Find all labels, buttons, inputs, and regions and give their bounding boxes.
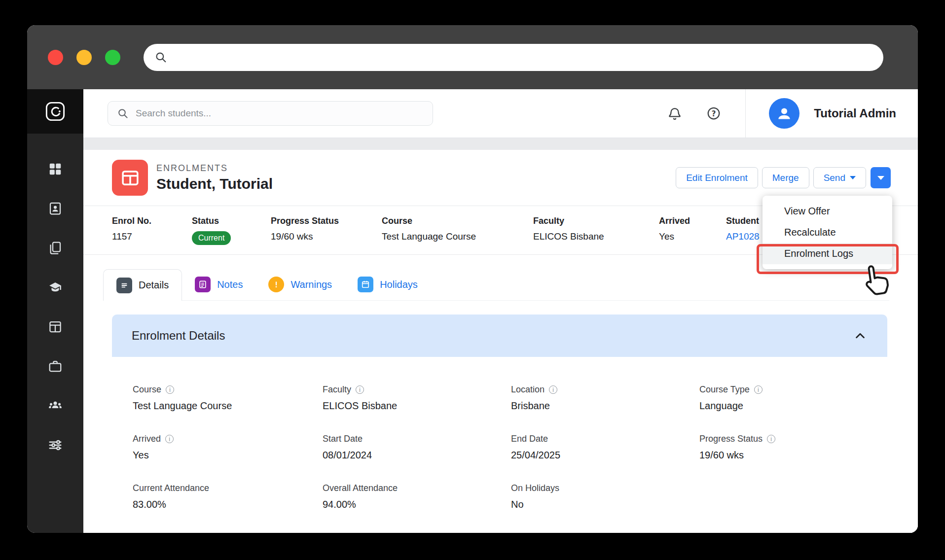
header-actions: Edit Enrolment Merge Send xyxy=(676,167,891,188)
warning-icon xyxy=(268,277,284,292)
field-overall-attendance: Overall Attendance 94.00% xyxy=(323,483,511,510)
graduation-cap-icon xyxy=(48,280,63,295)
sidebar xyxy=(27,89,83,533)
person-icon xyxy=(774,104,794,123)
send-dropdown-menu: View Offer Recalculate Enrolment Logs xyxy=(763,196,892,269)
briefcase-icon xyxy=(48,359,63,374)
field-progress-status: Progress Status 19/60 wks xyxy=(699,434,887,461)
edit-enrolment-button[interactable]: Edit Enrolment xyxy=(676,167,758,188)
module-eyebrow: ENROLMENTS xyxy=(156,163,273,174)
student-search-input[interactable] xyxy=(135,107,433,119)
dashboard-icon xyxy=(48,162,63,176)
enrolments-table-icon xyxy=(120,168,141,188)
info-icon[interactable] xyxy=(165,435,174,443)
bell-icon xyxy=(667,106,682,121)
contacts-icon xyxy=(48,201,63,216)
app-logo-icon xyxy=(44,100,67,123)
zoom-button[interactable] xyxy=(105,50,120,65)
tab-details[interactable]: Details xyxy=(103,269,182,301)
documents-icon xyxy=(48,241,63,255)
sidebar-nav xyxy=(27,149,83,465)
summary-field-faculty: Faculty ELICOS Bisbane xyxy=(533,216,659,245)
summary-field-status: Status Current xyxy=(192,216,271,245)
enrolments-module-badge xyxy=(112,160,148,196)
field-end-date: End Date 25/04/2025 xyxy=(511,434,699,461)
sidebar-item-students[interactable] xyxy=(27,189,83,228)
search-icon xyxy=(154,51,167,64)
search-icon xyxy=(117,107,129,119)
top-nav: ? Tutorial Admin xyxy=(83,89,918,138)
menu-item-recalculate[interactable]: Recalculate xyxy=(763,222,892,243)
sidebar-item-courses[interactable] xyxy=(27,268,83,307)
field-arrived: Arrived Yes xyxy=(133,434,323,461)
summary-field-enrol-no: Enrol No. 1157 xyxy=(112,216,192,245)
send-button[interactable]: Send xyxy=(813,167,866,188)
table-icon xyxy=(48,319,63,334)
sidebar-item-dashboard[interactable] xyxy=(27,149,83,189)
sidebar-item-work[interactable] xyxy=(27,347,83,386)
screenshot-stage: ? Tutorial Admin xyxy=(0,0,945,560)
summary-field-course: Course Test Language Course xyxy=(382,216,533,245)
nav-divider xyxy=(745,89,746,138)
enrolment-details-panel: Enrolment Details Course Test Language C… xyxy=(112,315,887,530)
help-icon: ? xyxy=(706,106,721,121)
people-group-icon xyxy=(48,398,63,413)
info-icon[interactable] xyxy=(754,385,763,394)
tab-bar: Details Notes Warnings Holidays xyxy=(103,269,889,301)
collapse-button[interactable] xyxy=(853,328,868,343)
panel-body: Course Test Language Course Faculty ELIC… xyxy=(112,357,887,530)
sidebar-item-agents[interactable] xyxy=(27,386,83,425)
sidebar-item-settings[interactable] xyxy=(27,425,83,465)
address-bar[interactable] xyxy=(144,44,883,71)
browser-titlebar xyxy=(27,25,918,89)
status-badge: Current xyxy=(192,231,231,245)
field-start-date: Start Date 08/01/2024 xyxy=(323,434,511,461)
tab-warnings[interactable]: Warnings xyxy=(255,269,345,300)
summary-field-arrived: Arrived Yes xyxy=(659,216,726,245)
minimize-button[interactable] xyxy=(76,50,92,65)
field-course: Course Test Language Course xyxy=(133,385,323,412)
user-avatar[interactable] xyxy=(769,98,800,129)
content-gap xyxy=(83,138,918,150)
menu-item-view-offer[interactable]: View Offer xyxy=(763,201,892,222)
notes-icon xyxy=(195,277,211,292)
student-search[interactable] xyxy=(108,101,433,126)
more-actions-button[interactable] xyxy=(871,167,891,188)
info-icon[interactable] xyxy=(356,385,364,394)
field-location: Location Brisbane xyxy=(511,385,699,412)
sidebar-item-enrolments[interactable] xyxy=(27,307,83,347)
sidebar-item-documents[interactable] xyxy=(27,228,83,268)
tab-holidays[interactable]: Holidays xyxy=(345,269,431,300)
nav-right: ? Tutorial Admin xyxy=(667,89,918,138)
calendar-icon xyxy=(358,277,373,292)
svg-text:?: ? xyxy=(712,109,716,118)
close-button[interactable] xyxy=(48,50,63,65)
merge-button[interactable]: Merge xyxy=(762,167,809,188)
field-faculty: Faculty ELICOS Bisbane xyxy=(323,385,511,412)
app-logo[interactable] xyxy=(27,89,83,134)
address-input[interactable] xyxy=(173,51,883,63)
tab-notes[interactable]: Notes xyxy=(182,269,255,300)
details-icon xyxy=(116,278,132,293)
notifications-button[interactable] xyxy=(667,106,682,121)
info-icon[interactable] xyxy=(166,385,174,394)
user-name: Tutorial Admin xyxy=(814,106,896,120)
help-button[interactable]: ? xyxy=(706,106,721,121)
chevron-up-icon xyxy=(853,328,868,343)
app-window: ? Tutorial Admin xyxy=(27,25,918,533)
panel-title: Enrolment Details xyxy=(132,329,225,343)
tune-icon xyxy=(48,438,63,453)
page-title: Student, Tutorial xyxy=(156,175,273,192)
field-course-type: Course Type Language xyxy=(699,385,887,412)
summary-field-progress: Progress Status 19/60 wks xyxy=(271,216,382,245)
info-icon[interactable] xyxy=(549,385,557,394)
main-area: ? Tutorial Admin xyxy=(83,89,918,533)
field-current-attendance: Current Attendance 83.00% xyxy=(133,483,323,510)
chevron-down-icon xyxy=(877,176,884,180)
field-on-holidays: On Holidays No xyxy=(511,483,699,510)
chevron-down-icon xyxy=(850,176,856,179)
panel-header[interactable]: Enrolment Details xyxy=(112,315,887,357)
info-icon[interactable] xyxy=(767,435,775,443)
menu-item-enrolment-logs[interactable]: Enrolment Logs xyxy=(763,243,892,264)
traffic-lights xyxy=(48,50,120,65)
